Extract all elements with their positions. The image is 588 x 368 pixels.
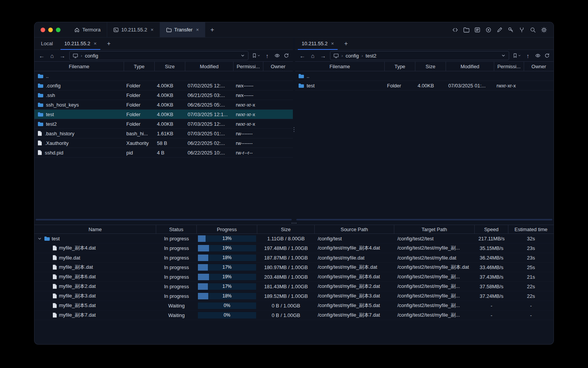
file-size bbox=[415, 71, 446, 80]
file-row[interactable]: .config Folder 4.00KB 07/02/2025 12:... … bbox=[34, 81, 293, 90]
transfer-row[interactable]: myfile_副本3.dat In progress 18% 189.52MB … bbox=[34, 291, 554, 301]
refresh-icon[interactable] bbox=[544, 53, 550, 58]
record-icon[interactable] bbox=[484, 25, 493, 34]
tab-host[interactable]: 10.211.55.2 × bbox=[107, 22, 160, 37]
file-row[interactable]: test Folder 4.00KB 07/03/2025 01:... rwx… bbox=[295, 81, 554, 90]
file-modified bbox=[446, 71, 494, 80]
tab-local[interactable]: Local bbox=[35, 38, 59, 49]
search-icon[interactable] bbox=[528, 25, 537, 34]
minimize-button[interactable] bbox=[48, 28, 53, 32]
back-button[interactable]: ← bbox=[299, 53, 306, 59]
bookmark-button[interactable] bbox=[252, 53, 260, 58]
code-icon[interactable] bbox=[451, 25, 459, 34]
breadcrumb-segment[interactable]: config bbox=[346, 53, 359, 59]
file-permissions: rw------- bbox=[234, 138, 263, 148]
transfer-row[interactable]: myfile.dat In progress 18% 187.87MB / 1.… bbox=[34, 253, 554, 263]
column-header-size[interactable]: Size bbox=[155, 62, 185, 71]
column-header-status[interactable]: Status bbox=[156, 225, 197, 233]
forward-button[interactable]: → bbox=[59, 53, 66, 59]
key-icon[interactable] bbox=[506, 25, 515, 34]
column-header-speed[interactable]: Speed bbox=[475, 225, 508, 233]
chevron-down-icon[interactable] bbox=[240, 53, 245, 58]
column-header-name[interactable]: Name bbox=[34, 225, 156, 233]
fork-icon[interactable] bbox=[517, 25, 526, 34]
file-row[interactable]: .. bbox=[295, 71, 554, 81]
upload-button[interactable]: ↑ bbox=[524, 53, 531, 59]
upload-button[interactable]: ↑ bbox=[264, 53, 271, 59]
column-header-modified[interactable]: Modified bbox=[446, 62, 494, 71]
column-header-source-path[interactable]: Source Path bbox=[315, 225, 394, 233]
breadcrumb-segment[interactable]: config bbox=[85, 53, 98, 59]
breadcrumb-segment[interactable]: test2 bbox=[366, 53, 376, 59]
close-icon[interactable]: × bbox=[196, 27, 199, 32]
file-row[interactable]: sshd.pid pid 4 B 06/22/2025 10:... rw-r-… bbox=[34, 148, 293, 158]
transfer-row[interactable]: myfile_副本5.dat Waiting 0% 0 B / 1.00GB /… bbox=[34, 301, 554, 310]
home-button[interactable]: ⌂ bbox=[49, 53, 56, 59]
horizontal-scrollbar[interactable] bbox=[296, 219, 552, 220]
transfer-row[interactable]: test In progress 13% 1.11GB / 8.00GB /co… bbox=[34, 234, 554, 243]
file-row[interactable]: test Folder 4.00KB 07/03/2025 12:1... rw… bbox=[34, 110, 293, 119]
forward-button[interactable]: → bbox=[320, 53, 327, 59]
log-icon[interactable] bbox=[473, 25, 482, 34]
back-button[interactable]: ← bbox=[38, 53, 45, 59]
horizontal-scrollbar[interactable] bbox=[36, 219, 292, 220]
tab-termora[interactable]: Termora bbox=[68, 22, 107, 37]
transfer-source-path: /config/test/myfile_副本6.dat bbox=[315, 272, 394, 281]
close-icon[interactable]: × bbox=[331, 41, 334, 46]
tab-transfer[interactable]: Transfer × bbox=[160, 22, 205, 37]
expand-chevron-icon[interactable] bbox=[37, 237, 42, 241]
file-row[interactable]: .Xauthority Xauthority 58 B 06/22/2025 0… bbox=[34, 138, 293, 148]
tab-remote-host[interactable]: 10.211.55.2 × bbox=[296, 38, 340, 49]
column-header-permissions[interactable]: Permissi... bbox=[234, 62, 263, 71]
column-header-type[interactable]: Type bbox=[385, 62, 415, 71]
progress-bar: 13% bbox=[198, 235, 256, 242]
column-header-size[interactable]: Size bbox=[257, 225, 315, 233]
new-pane-tab-button[interactable]: + bbox=[340, 38, 352, 49]
column-header-estimated-time[interactable]: Estimated time bbox=[508, 225, 554, 233]
column-header-filename[interactable]: Filename bbox=[295, 62, 385, 71]
transfer-row[interactable]: myfile_副本7.dat Waiting 0% 0 B / 1.00GB /… bbox=[34, 310, 554, 320]
path-breadcrumb[interactable]: › config › test2 bbox=[330, 51, 509, 60]
show-hidden-eye-icon[interactable] bbox=[274, 53, 280, 58]
transfer-source-path: /config/test/myfile_副本4.dat bbox=[315, 243, 394, 253]
new-tab-button[interactable]: + bbox=[205, 22, 220, 37]
file-row[interactable]: .ssh Folder 4.00KB 06/21/2025 03:... rwx… bbox=[34, 90, 293, 100]
close-button[interactable] bbox=[41, 28, 45, 32]
column-header-owner[interactable]: Owner bbox=[263, 62, 293, 71]
close-icon[interactable]: × bbox=[150, 27, 154, 32]
folder-icon[interactable] bbox=[462, 25, 470, 34]
transfer-row[interactable]: myfile_副本6.dat In progress 19% 203.48MB … bbox=[34, 272, 554, 282]
column-header-filename[interactable]: Filename bbox=[34, 62, 124, 71]
transfer-row[interactable]: myfile_副本2.dat In progress 17% 181.43MB … bbox=[34, 282, 554, 291]
column-header-permissions[interactable]: Permissi... bbox=[494, 62, 524, 71]
chevron-down-icon[interactable] bbox=[501, 53, 506, 58]
transfer-name: myfile_副本5.dat bbox=[59, 302, 96, 309]
refresh-icon[interactable] bbox=[284, 53, 289, 58]
column-header-type[interactable]: Type bbox=[124, 62, 155, 71]
file-row[interactable]: test2 Folder 4.00KB 07/03/2025 12:... rw… bbox=[34, 119, 293, 129]
horizontal-splitter[interactable] bbox=[34, 222, 554, 225]
new-pane-tab-button[interactable]: + bbox=[102, 38, 115, 49]
file-permissions: rwxr-xr-x bbox=[234, 119, 263, 128]
file-row[interactable]: ssh_host_keys Folder 4.00KB 06/26/2025 0… bbox=[34, 100, 293, 110]
column-header-target-path[interactable]: Target Path bbox=[394, 225, 475, 233]
file-type: Folder bbox=[385, 81, 415, 90]
progress-label: 17% bbox=[198, 283, 256, 290]
transfer-row[interactable]: myfile_副本.dat In progress 17% 180.97MB /… bbox=[34, 263, 554, 272]
close-icon[interactable]: × bbox=[94, 41, 97, 46]
home-button[interactable]: ⌂ bbox=[309, 53, 316, 59]
column-header-progress[interactable]: Progress bbox=[197, 225, 257, 233]
file-row[interactable]: .bash_history bash_hi... 1.61KB 07/03/20… bbox=[34, 129, 293, 138]
show-hidden-eye-icon[interactable] bbox=[535, 53, 541, 58]
path-breadcrumb[interactable]: › config bbox=[69, 51, 248, 60]
pen-icon[interactable] bbox=[495, 25, 504, 34]
transfer-row[interactable]: myfile_副本4.dat In progress 19% 197.48MB … bbox=[34, 243, 554, 253]
column-header-size[interactable]: Size bbox=[415, 62, 446, 71]
file-row[interactable]: .. bbox=[34, 71, 293, 81]
tab-remote-host[interactable]: 10.211.55.2 × bbox=[59, 38, 102, 49]
column-header-modified[interactable]: Modified bbox=[185, 62, 234, 71]
column-header-owner[interactable]: Owner bbox=[524, 62, 554, 71]
settings-icon[interactable] bbox=[539, 25, 548, 34]
bookmark-button[interactable] bbox=[513, 53, 521, 58]
zoom-button[interactable] bbox=[56, 28, 60, 32]
